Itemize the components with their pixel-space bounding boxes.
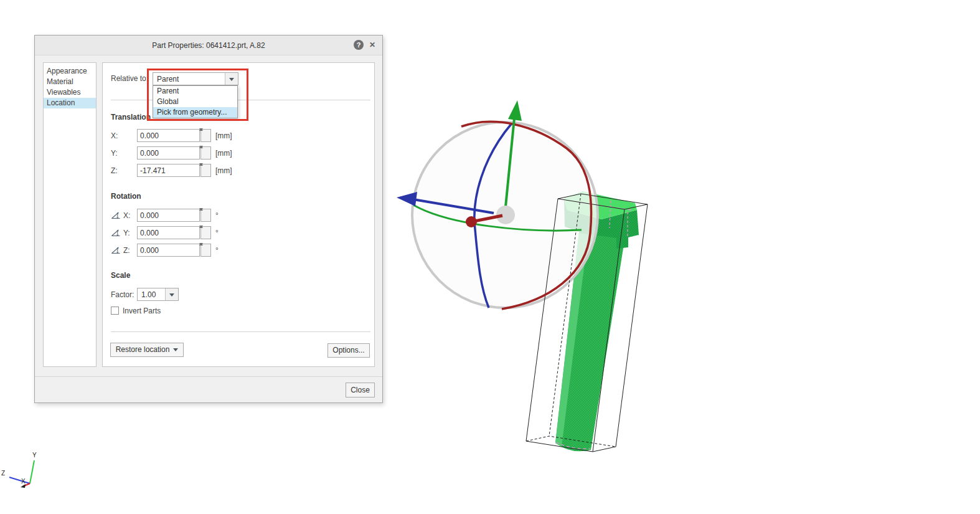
footer-divider [35, 376, 382, 377]
angle-icon [111, 245, 121, 254]
chevron-down-icon [169, 293, 174, 297]
degree-label: ° [215, 211, 219, 220]
rotation-x-label: X: [123, 211, 130, 220]
translation-z-row: Z: [mm] [111, 164, 273, 177]
triad-y-label: Y [32, 452, 37, 459]
rotation-y-label: Y: [123, 229, 130, 237]
rotation-z-input[interactable] [137, 244, 200, 257]
triad-z-label: Z [1, 470, 5, 477]
help-icon[interactable]: ? [354, 40, 364, 50]
dialog-title: Part Properties: 0641412.prt, A.82 [35, 41, 382, 50]
close-button[interactable]: Close [346, 383, 375, 397]
dropdown-option-global[interactable]: Global [153, 97, 237, 107]
translation-z-label: Z: [111, 166, 118, 175]
unit-label: [mm] [215, 131, 232, 140]
translation-header: Translation [111, 113, 151, 121]
translation-y-stepper[interactable] [200, 146, 211, 159]
dropdown-option-pick-from-geometry[interactable]: Pick from geometry... [153, 107, 237, 118]
rotation-y-stepper[interactable] [200, 226, 211, 239]
rotation-z-stepper[interactable] [200, 244, 211, 257]
dropdown-option-parent[interactable]: Parent [153, 86, 237, 97]
translation-z-input[interactable] [137, 164, 200, 177]
close-icon[interactable]: ✕ [367, 40, 377, 50]
sidebar-item-material[interactable]: Material [44, 77, 96, 87]
triad-x-label: X [21, 478, 26, 485]
rotation-x-row: X: ° [111, 209, 273, 222]
translation-y-label: Y: [111, 149, 118, 158]
restore-location-button[interactable]: Restore location [110, 343, 184, 357]
unit-label: [mm] [215, 166, 232, 175]
unit-label: [mm] [215, 149, 232, 158]
invert-parts-label[interactable]: Invert Parts [123, 307, 161, 315]
angle-icon [111, 228, 121, 237]
degree-label: ° [215, 229, 219, 237]
category-sidebar: Appearance Material Viewables Location [43, 62, 97, 367]
rotation-y-row: Y: ° [111, 226, 273, 239]
viewport-3d [374, 87, 660, 461]
sidebar-item-appearance[interactable]: Appearance [44, 66, 96, 77]
rotation-x-stepper[interactable] [200, 209, 211, 222]
chevron-down-icon [173, 348, 178, 351]
relative-to-label: Relative to: [111, 74, 148, 83]
options-button[interactable]: Options... [327, 343, 370, 358]
rotation-z-row: Z: ° [111, 244, 273, 257]
rotation-header: Rotation [111, 192, 141, 201]
translation-y-row: Y: [mm] [111, 146, 273, 159]
rotation-x-input[interactable] [137, 209, 200, 222]
location-panel: Relative to: Parent Parent Global Pick f… [102, 62, 375, 367]
factor-dropdown-button[interactable] [165, 288, 178, 300]
translation-x-stepper[interactable] [200, 129, 211, 142]
rotation-y-input[interactable] [137, 226, 200, 239]
section-divider [111, 100, 370, 100]
sidebar-item-viewables[interactable]: Viewables [44, 87, 96, 98]
invert-parts-checkbox[interactable] [111, 307, 119, 315]
orientation-triad: Y Z X [0, 442, 50, 498]
relative-to-dropdown-button[interactable] [225, 73, 238, 85]
pivot-knob[interactable] [466, 216, 477, 227]
translation-z-stepper[interactable] [200, 164, 211, 177]
scale-header: Scale [111, 271, 130, 280]
relative-to-combobox[interactable]: Parent [153, 72, 238, 85]
angle-icon [111, 211, 121, 219]
chevron-down-icon [229, 78, 234, 81]
dialog-titlebar[interactable]: Part Properties: 0641412.prt, A.82 ? ✕ [35, 36, 382, 55]
relative-to-dropdown-list: Parent Global Pick from geometry... [153, 85, 238, 118]
rotation-z-label: Z: [123, 246, 130, 255]
factor-combobox[interactable]: 1.00 [137, 288, 179, 301]
part-properties-dialog: Part Properties: 0641412.prt, A.82 ? ✕ A… [34, 35, 383, 403]
sidebar-item-location[interactable]: Location [44, 98, 96, 108]
triad-y-axis [30, 460, 34, 483]
factor-value: 1.00 [141, 290, 156, 299]
relative-to-value: Parent [157, 75, 179, 83]
translation-x-row: X: [mm] [111, 129, 273, 142]
factor-label: Factor: [111, 290, 134, 299]
translation-y-input[interactable] [137, 146, 200, 159]
degree-label: ° [215, 246, 219, 255]
translation-x-label: X: [111, 131, 118, 140]
section-divider [111, 331, 370, 332]
restore-location-label: Restore location [116, 345, 170, 354]
translation-x-input[interactable] [137, 129, 200, 142]
triad-z-axis [9, 477, 30, 483]
